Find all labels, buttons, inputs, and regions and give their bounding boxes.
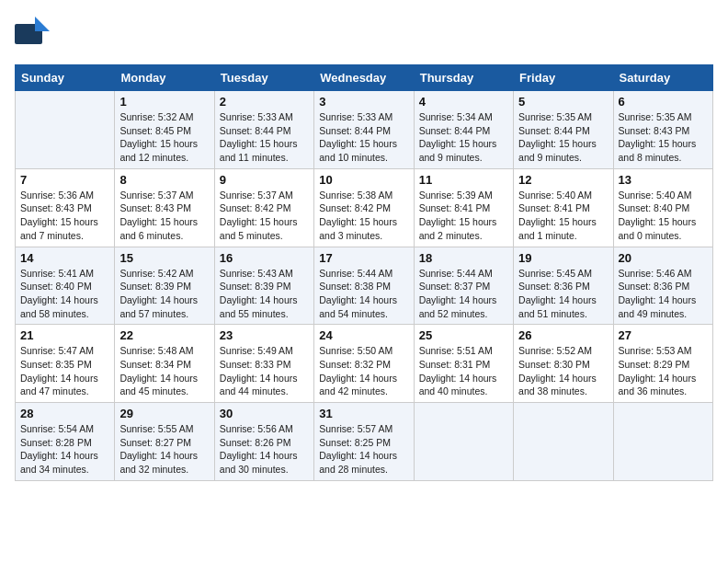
day-number: 24 bbox=[319, 328, 408, 342]
day-number: 5 bbox=[518, 95, 608, 109]
day-number: 18 bbox=[419, 251, 508, 265]
calendar-cell: 26Sunrise: 5:52 AM Sunset: 8:30 PM Dayli… bbox=[514, 325, 613, 403]
calendar-cell: 23Sunrise: 5:49 AM Sunset: 8:33 PM Dayli… bbox=[214, 325, 313, 403]
day-number: 16 bbox=[220, 251, 309, 265]
calendar-cell: 15Sunrise: 5:42 AM Sunset: 8:39 PM Dayli… bbox=[115, 247, 214, 325]
day-header-friday: Friday bbox=[514, 65, 613, 91]
calendar-cell: 21Sunrise: 5:47 AM Sunset: 8:35 PM Dayli… bbox=[16, 325, 115, 403]
day-info: Sunrise: 5:33 AM Sunset: 8:44 PM Dayligh… bbox=[319, 110, 408, 165]
calendar-cell: 3Sunrise: 5:33 AM Sunset: 8:44 PM Daylig… bbox=[314, 91, 414, 169]
day-info: Sunrise: 5:37 AM Sunset: 8:42 PM Dayligh… bbox=[220, 189, 309, 243]
calendar-cell: 1Sunrise: 5:32 AM Sunset: 8:45 PM Daylig… bbox=[115, 91, 214, 169]
day-number: 17 bbox=[319, 251, 408, 265]
day-number: 13 bbox=[619, 173, 708, 187]
calendar-cell: 4Sunrise: 5:34 AM Sunset: 8:44 PM Daylig… bbox=[414, 91, 513, 169]
logo bbox=[15, 15, 59, 55]
page-header bbox=[15, 15, 713, 55]
day-number: 22 bbox=[119, 328, 209, 342]
day-number: 21 bbox=[20, 328, 109, 342]
day-number: 26 bbox=[518, 328, 608, 342]
day-info: Sunrise: 5:36 AM Sunset: 8:43 PM Dayligh… bbox=[20, 189, 109, 243]
calendar-week-row: 21Sunrise: 5:47 AM Sunset: 8:35 PM Dayli… bbox=[16, 325, 713, 403]
calendar-week-row: 14Sunrise: 5:41 AM Sunset: 8:40 PM Dayli… bbox=[16, 247, 713, 325]
day-info: Sunrise: 5:48 AM Sunset: 8:34 PM Dayligh… bbox=[119, 344, 209, 398]
day-info: Sunrise: 5:37 AM Sunset: 8:43 PM Dayligh… bbox=[119, 189, 209, 243]
calendar-cell: 7Sunrise: 5:36 AM Sunset: 8:43 PM Daylig… bbox=[16, 168, 115, 247]
calendar-cell bbox=[613, 403, 712, 481]
day-number: 1 bbox=[119, 95, 209, 109]
day-number: 20 bbox=[619, 251, 708, 265]
day-info: Sunrise: 5:45 AM Sunset: 8:36 PM Dayligh… bbox=[518, 267, 608, 321]
day-info: Sunrise: 5:43 AM Sunset: 8:39 PM Dayligh… bbox=[220, 267, 309, 321]
calendar-cell: 5Sunrise: 5:35 AM Sunset: 8:44 PM Daylig… bbox=[514, 91, 613, 169]
day-header-thursday: Thursday bbox=[414, 65, 513, 91]
day-info: Sunrise: 5:54 AM Sunset: 8:28 PM Dayligh… bbox=[20, 422, 109, 477]
calendar-cell bbox=[514, 403, 613, 481]
day-number: 25 bbox=[419, 328, 508, 342]
calendar-cell: 20Sunrise: 5:46 AM Sunset: 8:36 PM Dayli… bbox=[613, 247, 712, 325]
day-info: Sunrise: 5:46 AM Sunset: 8:36 PM Dayligh… bbox=[619, 267, 708, 321]
calendar-cell: 25Sunrise: 5:51 AM Sunset: 8:31 PM Dayli… bbox=[414, 325, 513, 403]
day-number: 30 bbox=[220, 407, 309, 420]
day-info: Sunrise: 5:55 AM Sunset: 8:27 PM Dayligh… bbox=[119, 422, 209, 477]
day-number: 7 bbox=[20, 173, 109, 187]
day-number: 2 bbox=[220, 95, 309, 109]
calendar-cell: 10Sunrise: 5:38 AM Sunset: 8:42 PM Dayli… bbox=[314, 168, 414, 247]
day-info: Sunrise: 5:56 AM Sunset: 8:26 PM Dayligh… bbox=[220, 422, 309, 477]
day-info: Sunrise: 5:39 AM Sunset: 8:41 PM Dayligh… bbox=[419, 189, 508, 243]
day-info: Sunrise: 5:35 AM Sunset: 8:44 PM Dayligh… bbox=[518, 110, 608, 165]
day-info: Sunrise: 5:53 AM Sunset: 8:29 PM Dayligh… bbox=[619, 344, 708, 398]
calendar-table: SundayMondayTuesdayWednesdayThursdayFrid… bbox=[15, 64, 713, 481]
calendar-cell: 27Sunrise: 5:53 AM Sunset: 8:29 PM Dayli… bbox=[613, 325, 712, 403]
day-info: Sunrise: 5:51 AM Sunset: 8:31 PM Dayligh… bbox=[419, 344, 508, 398]
day-number: 11 bbox=[419, 173, 508, 187]
day-number: 14 bbox=[20, 251, 109, 265]
day-info: Sunrise: 5:49 AM Sunset: 8:33 PM Dayligh… bbox=[220, 344, 309, 398]
day-info: Sunrise: 5:40 AM Sunset: 8:40 PM Dayligh… bbox=[619, 189, 708, 243]
day-header-sunday: Sunday bbox=[16, 65, 115, 91]
day-number: 15 bbox=[119, 251, 209, 265]
calendar-cell: 12Sunrise: 5:40 AM Sunset: 8:41 PM Dayli… bbox=[514, 168, 613, 247]
calendar-cell bbox=[414, 403, 513, 481]
day-header-monday: Monday bbox=[115, 65, 214, 91]
day-number: 19 bbox=[518, 251, 608, 265]
day-number: 6 bbox=[619, 95, 708, 109]
day-info: Sunrise: 5:44 AM Sunset: 8:38 PM Dayligh… bbox=[319, 267, 408, 321]
calendar-cell: 11Sunrise: 5:39 AM Sunset: 8:41 PM Dayli… bbox=[414, 168, 513, 247]
calendar-cell: 19Sunrise: 5:45 AM Sunset: 8:36 PM Dayli… bbox=[514, 247, 613, 325]
calendar-body: 1Sunrise: 5:32 AM Sunset: 8:45 PM Daylig… bbox=[16, 91, 713, 481]
day-number: 12 bbox=[518, 173, 608, 187]
day-header-saturday: Saturday bbox=[613, 65, 712, 91]
calendar-cell: 28Sunrise: 5:54 AM Sunset: 8:28 PM Dayli… bbox=[16, 403, 115, 481]
day-number: 28 bbox=[20, 407, 109, 420]
day-info: Sunrise: 5:34 AM Sunset: 8:44 PM Dayligh… bbox=[419, 110, 508, 165]
day-info: Sunrise: 5:40 AM Sunset: 8:41 PM Dayligh… bbox=[518, 189, 608, 243]
day-info: Sunrise: 5:41 AM Sunset: 8:40 PM Dayligh… bbox=[20, 267, 109, 321]
day-number: 23 bbox=[220, 328, 309, 342]
day-info: Sunrise: 5:52 AM Sunset: 8:30 PM Dayligh… bbox=[518, 344, 608, 398]
calendar-cell: 29Sunrise: 5:55 AM Sunset: 8:27 PM Dayli… bbox=[115, 403, 214, 481]
logo-icon bbox=[15, 15, 55, 52]
day-header-tuesday: Tuesday bbox=[214, 65, 313, 91]
calendar-cell: 18Sunrise: 5:44 AM Sunset: 8:37 PM Dayli… bbox=[414, 247, 513, 325]
day-number: 29 bbox=[119, 407, 209, 420]
calendar-cell: 8Sunrise: 5:37 AM Sunset: 8:43 PM Daylig… bbox=[115, 168, 214, 247]
day-info: Sunrise: 5:42 AM Sunset: 8:39 PM Dayligh… bbox=[119, 267, 209, 321]
day-info: Sunrise: 5:57 AM Sunset: 8:25 PM Dayligh… bbox=[319, 422, 408, 477]
day-number: 10 bbox=[319, 173, 408, 187]
calendar-cell: 17Sunrise: 5:44 AM Sunset: 8:38 PM Dayli… bbox=[314, 247, 414, 325]
calendar-week-row: 1Sunrise: 5:32 AM Sunset: 8:45 PM Daylig… bbox=[16, 91, 713, 169]
day-info: Sunrise: 5:32 AM Sunset: 8:45 PM Dayligh… bbox=[119, 110, 209, 165]
day-header-wednesday: Wednesday bbox=[314, 65, 414, 91]
calendar-week-row: 7Sunrise: 5:36 AM Sunset: 8:43 PM Daylig… bbox=[16, 168, 713, 247]
calendar-cell: 14Sunrise: 5:41 AM Sunset: 8:40 PM Dayli… bbox=[16, 247, 115, 325]
calendar-cell: 13Sunrise: 5:40 AM Sunset: 8:40 PM Dayli… bbox=[613, 168, 712, 247]
calendar-cell bbox=[16, 91, 115, 169]
calendar-cell: 9Sunrise: 5:37 AM Sunset: 8:42 PM Daylig… bbox=[214, 168, 313, 247]
calendar-cell: 2Sunrise: 5:33 AM Sunset: 8:44 PM Daylig… bbox=[214, 91, 313, 169]
calendar-cell: 22Sunrise: 5:48 AM Sunset: 8:34 PM Dayli… bbox=[115, 325, 214, 403]
day-info: Sunrise: 5:44 AM Sunset: 8:37 PM Dayligh… bbox=[419, 267, 508, 321]
day-info: Sunrise: 5:35 AM Sunset: 8:43 PM Dayligh… bbox=[619, 110, 708, 165]
day-info: Sunrise: 5:47 AM Sunset: 8:35 PM Dayligh… bbox=[20, 344, 109, 398]
day-number: 3 bbox=[319, 95, 408, 109]
